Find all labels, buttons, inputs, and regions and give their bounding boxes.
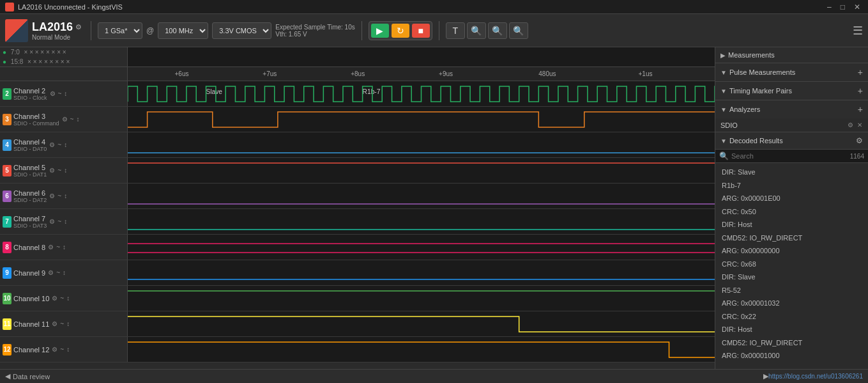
channel-control-6[interactable]: ⚙ [49,192,56,200]
zoom-normal-button[interactable]: 🔍 [467,22,486,39]
channel-control-3[interactable]: ⚙ [61,115,68,123]
channel-control-4[interactable]: ⚙ [49,141,56,149]
main-content: ● 7:0 × × × × × × × × ● 15:8 × × × × × ×… [0,47,868,369]
t-button[interactable]: T [446,22,465,39]
voltage-select[interactable]: 3.3V CMOS [212,22,271,39]
channel-control-9[interactable]: ~ [56,269,61,277]
close-button[interactable]: ✕ [851,3,863,12]
channel-control-11[interactable]: ⚙ [51,320,58,328]
waveform-track-10 [128,286,715,311]
timing-marker-label: Timing Marker Pairs [729,87,858,95]
channel-control-11[interactable]: ↕ [66,320,70,328]
channel-control-12[interactable]: ⚙ [51,345,58,354]
measurements-header[interactable]: ▶ Measurements [715,47,868,63]
timeline-marker-8us: +8us [351,70,365,77]
channel-number-11: 11 [3,318,11,330]
channel-control-8[interactable]: ⚙ [47,243,54,251]
channel-control-8[interactable]: ~ [56,243,61,251]
channel-sub-3: SDIO - Command [13,120,59,127]
channel-control-3[interactable]: ~ [70,115,75,123]
maximize-button[interactable]: □ [838,3,848,12]
sdio-label: SDIO [720,121,847,129]
channel-control-7[interactable]: ~ [57,217,62,226]
device-gear-icon[interactable]: ⚙ [75,23,82,31]
search-input[interactable] [731,152,848,160]
channel-control-2[interactable]: ↕ [63,90,68,98]
search-bar: 🔍 1164 [715,150,868,163]
channel-sub-5: SDIO - DAT1 [13,171,47,178]
analyzers-header[interactable]: ▼ Analyzers + [715,100,868,118]
mode-label: Normal Mode [32,34,82,41]
channel-control-7[interactable]: ⚙ [49,217,56,226]
channel-row-9: 9Channel 9⚙~↕ [0,260,715,286]
channel-row-6: 6Channel 6SDIO - DAT2⚙~↕ [0,184,715,209]
channel-control-5[interactable]: ~ [57,166,62,175]
channel-control-12[interactable]: ↕ [66,345,70,354]
timeline-marker-7us: +7us [263,70,277,77]
loop-button[interactable]: ↻ [392,24,409,38]
timeline-marker-1us: +1us [639,70,653,77]
result-item: CMD52: IO_RW_DIRECT [715,336,868,350]
zoom-in-button[interactable]: 🔍 [488,22,507,39]
channel-control-10[interactable]: ↕ [66,294,70,302]
channel-control-4[interactable]: ~ [57,141,62,149]
channel-name-3: Channel 3 [13,113,59,120]
zoom-controls: T 🔍 🔍 🔍 [446,22,528,39]
channel-row-11: 11Channel 11⚙~↕ [0,311,715,337]
channel-control-6[interactable]: ↕ [63,192,68,200]
timing-add-button[interactable]: + [858,86,863,96]
sdio-controls: ⚙ ✕ [847,121,863,129]
analyzers-section: ▼ Analyzers + SDIO ⚙ ✕ [715,100,868,132]
channel-name-5: Channel 5 [13,164,47,171]
zoom-out-button[interactable]: 🔍 [509,22,528,39]
channel-number-10: 10 [3,293,11,304]
waveform-area: ● 7:0 × × × × × × × × ● 15:8 × × × × × ×… [0,47,715,369]
channel-control-4[interactable]: ↕ [63,141,68,149]
measurements-label: Measurements [728,51,863,59]
waveform-track-5 [128,158,715,183]
frequency-select[interactable]: 100 MHz [158,22,208,39]
channel-number-6: 6 [3,191,11,202]
channel-name-4: Channel 4 [13,138,47,146]
channel-control-5[interactable]: ⚙ [49,166,56,175]
scroll-right-button[interactable]: ▶ [763,372,768,380]
channel-control-7[interactable]: ↕ [63,217,68,226]
blog-link[interactable]: https://blog.csdn.net/u013606261 [768,373,863,380]
sdio-gear-icon[interactable]: ⚙ [847,121,854,129]
pulse-measurements-header[interactable]: ▼ Pulse Measurements + [715,63,868,81]
channel-control-3[interactable]: ↕ [75,115,80,123]
titlebar: LA2016 Unconnected - KingstVIS – □ ✕ [0,0,868,14]
channel-control-9[interactable]: ↕ [62,269,66,277]
waveform-track-11 [128,311,715,336]
channel-control-12[interactable]: ~ [59,345,65,354]
stop-button[interactable]: ■ [412,24,430,38]
channel-row-12: 12Channel 12⚙~↕ [0,337,715,363]
channel-control-10[interactable]: ~ [59,294,65,302]
channel-name-12: Channel 12 [13,346,49,354]
window-controls[interactable]: – □ ✕ [825,3,863,12]
channel-control-5[interactable]: ↕ [63,166,68,175]
channel-control-10[interactable]: ⚙ [51,294,58,302]
result-item: CRC: 0x50 [715,205,868,219]
sample-rate-select[interactable]: 1 GSa* [98,22,142,39]
channels-container: 2Channel 2SDIO - Clock⚙~↕SlaveR1b-73Chan… [0,81,715,369]
scroll-left-button[interactable]: ◀ [5,372,10,380]
decoded-gear-icon[interactable]: ⚙ [856,136,863,145]
channel-control-9[interactable]: ⚙ [47,269,54,277]
result-item: CMD52: IO_RW_DIRECT [715,231,868,245]
sdio-close-icon[interactable]: ✕ [857,121,863,129]
channel-control-8[interactable]: ↕ [62,243,66,251]
menu-button[interactable]: ☰ [853,24,863,38]
channel-control-2[interactable]: ⚙ [49,90,56,98]
channel-control-6[interactable]: ~ [57,192,62,200]
channel-name-6: Channel 6 [13,189,47,197]
channel-control-2[interactable]: ~ [57,90,63,98]
timing-marker-header[interactable]: ▼ Timing Marker Pairs + [715,82,868,100]
play-button[interactable]: ▶ [371,24,389,38]
decoded-expand-icon: ▼ [720,137,727,145]
minimize-button[interactable]: – [825,3,834,12]
channel-control-11[interactable]: ~ [59,320,65,328]
analyzers-add-button[interactable]: + [858,104,863,114]
channel-info-9: 9Channel 9⚙~↕ [0,260,128,285]
pulse-add-button[interactable]: + [858,67,863,77]
